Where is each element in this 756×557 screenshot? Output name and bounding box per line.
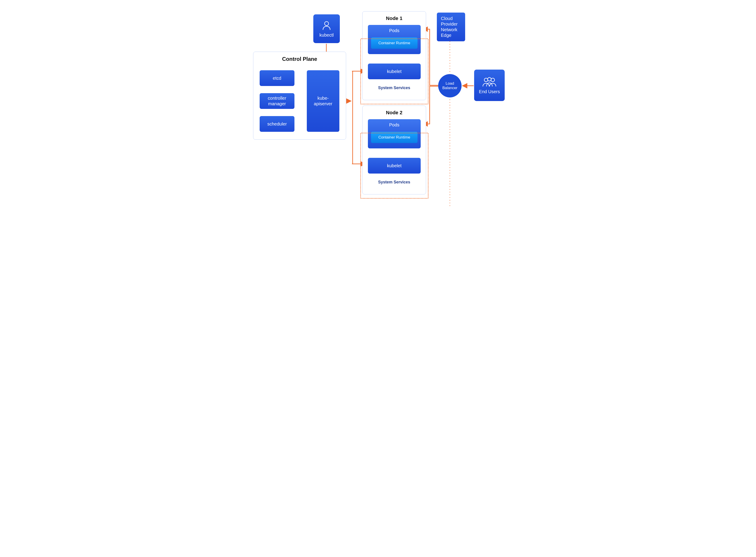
kubectl-label: kubectl	[319, 33, 334, 38]
svg-point-13	[487, 78, 491, 81]
load-balancer-label: Load Balancer	[442, 81, 457, 90]
node-1-kubelet-card: kubelet	[368, 63, 421, 79]
control-plane-title: Control Plane	[253, 56, 346, 62]
svg-point-11	[325, 22, 329, 26]
controller-manager-card: controller manager	[260, 93, 295, 109]
controller-manager-label: controller manager	[268, 95, 286, 107]
node-1-container-runtime-label: Container Runtime	[379, 41, 410, 46]
node-2-container-runtime-label: Container Runtime	[379, 135, 410, 140]
scheduler-card: scheduler	[260, 116, 295, 132]
node-1-pods-label: Pods	[368, 25, 421, 35]
user-icon	[321, 20, 332, 31]
cloud-edge-card: Cloud Provider Network Edge	[437, 12, 465, 41]
node-1-container-runtime-card: Container Runtime	[371, 37, 418, 49]
node-2-title: Node 2	[363, 110, 426, 116]
etcd-label: etcd	[273, 76, 281, 81]
node-2-pods-label: Pods	[368, 119, 421, 130]
svg-point-14	[491, 78, 495, 82]
node-1-system-services-label: System Services	[363, 86, 426, 90]
control-plane-panel: Control Plane etcd controller manager sc…	[253, 52, 346, 140]
node-2-panel: Node 2 Pods Container Runtime kubelet Sy…	[362, 106, 426, 195]
node-2-kubelet-card: kubelet	[368, 158, 421, 174]
kubectl-card: kubectl	[313, 14, 340, 43]
cloud-edge-label: Cloud Provider Network Edge	[441, 16, 457, 38]
node-2-system-services-label: System Services	[363, 180, 426, 184]
scheduler-label: scheduler	[267, 121, 287, 127]
node-1-kubelet-label: kubelet	[387, 69, 401, 74]
kube-apiserver-card: kube- apiserver	[307, 70, 339, 132]
svg-point-12	[484, 78, 488, 82]
users-icon	[481, 77, 497, 87]
etcd-card: etcd	[260, 70, 295, 86]
end-users-label: End Users	[479, 89, 500, 94]
end-users-card: End Users	[474, 69, 505, 101]
node-2-container-runtime-card: Container Runtime	[371, 132, 418, 143]
kube-apiserver-label: kube- apiserver	[314, 95, 332, 107]
node-2-kubelet-label: kubelet	[387, 163, 401, 169]
node-1-panel: Node 1 Pods Container Runtime kubelet Sy…	[362, 11, 426, 100]
load-balancer-node: Load Balancer	[438, 74, 461, 97]
node-1-title: Node 1	[363, 16, 426, 21]
node-1-pods-card: Pods Container Runtime	[368, 25, 421, 54]
node-2-pods-card: Pods Container Runtime	[368, 119, 421, 148]
diagram-stage: kubectl Control Plane etcd controller ma…	[234, 0, 522, 212]
